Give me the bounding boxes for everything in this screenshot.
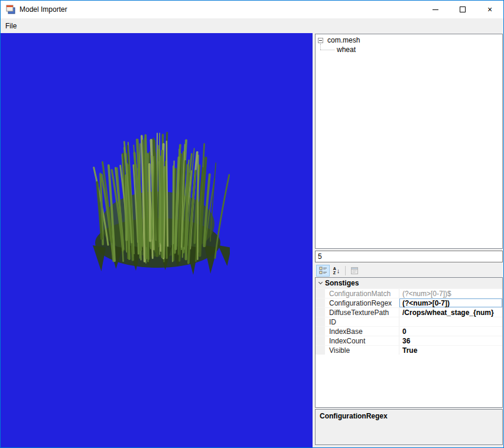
menu-item-file[interactable]: File <box>1 20 21 33</box>
tree-node-wheat[interactable]: wheat <box>337 46 356 54</box>
categorized-view-button[interactable] <box>316 265 330 277</box>
property-row-indexbase[interactable]: IndexBase 0 <box>316 326 502 336</box>
property-name: IndexBase <box>325 327 399 336</box>
property-pages-button <box>347 265 361 277</box>
property-value[interactable] <box>399 317 502 326</box>
property-row-visible[interactable]: Visible True <box>316 345 502 355</box>
property-value[interactable]: 0 <box>399 327 502 336</box>
property-name: ConfigurationMatch <box>325 289 399 298</box>
property-name: DiffuseTexturePath <box>325 308 399 317</box>
row-gutter <box>316 346 325 355</box>
tree-collapse-icon[interactable] <box>318 38 323 43</box>
property-value[interactable]: True <box>399 346 502 355</box>
window-title: Model Importer <box>19 5 67 14</box>
render-viewport[interactable] <box>1 33 313 447</box>
alphabetical-sort-icon: AZ ↓ <box>333 267 340 275</box>
close-button[interactable]: × <box>476 1 503 18</box>
property-value[interactable]: 36 <box>399 336 502 345</box>
propertygrid-toolbar: AZ ↓ <box>315 264 503 277</box>
property-row-indexcount[interactable]: IndexCount 36 <box>316 336 502 345</box>
menubar: File <box>1 18 503 33</box>
categorized-icon <box>319 267 327 275</box>
property-grid: Sonstiges ConfigurationMatch (?<num>[0-7… <box>315 277 503 408</box>
minimize-icon <box>433 9 438 10</box>
minimize-button[interactable] <box>422 1 449 18</box>
property-value[interactable]: /Crops/wheat_stage_{num} <box>399 308 502 317</box>
row-gutter <box>316 289 325 298</box>
property-value[interactable]: (?<num>[0-7])$ <box>399 289 502 298</box>
toolbar-separator <box>345 266 346 275</box>
mesh-treeview: com.mesh wheat <box>315 34 503 249</box>
wheat-model-svg <box>88 125 230 280</box>
chevron-down-icon <box>316 283 325 284</box>
description-title: ConfigurationRegex <box>320 412 498 420</box>
property-row-configurationmatch[interactable]: ConfigurationMatch (?<num>[0-7])$ <box>316 288 502 298</box>
alphabetical-sort-button[interactable]: AZ ↓ <box>330 265 343 277</box>
property-name: ConfigurationRegex <box>325 298 399 307</box>
property-value[interactable]: (?<num>[0-7]) <box>399 298 502 307</box>
tree-connector-vertical <box>320 44 321 50</box>
maximize-icon <box>460 7 466 12</box>
tree-node-com-mesh[interactable]: com.mesh <box>327 36 360 44</box>
property-row-id[interactable]: ID <box>316 317 502 326</box>
row-gutter <box>316 298 325 307</box>
property-row-diffusetexturepath[interactable]: DiffuseTexturePath /Crops/wheat_stage_{n… <box>316 307 502 317</box>
property-row-configurationregex[interactable]: ConfigurationRegex (?<num>[0-7]) <box>316 298 502 307</box>
titlebar[interactable]: Model Importer × <box>1 1 503 18</box>
row-gutter <box>316 336 325 345</box>
row-gutter <box>316 308 325 317</box>
category-label: Sonstiges <box>325 279 359 287</box>
maximize-button[interactable] <box>449 1 476 18</box>
category-row-sonstiges[interactable]: Sonstiges <box>316 278 502 288</box>
app-icon <box>6 5 15 14</box>
property-pages-icon <box>350 267 359 275</box>
property-description-pane: ConfigurationRegex <box>315 409 503 445</box>
property-name: Visible <box>325 346 399 355</box>
property-name: ID <box>325 317 399 326</box>
stage-input[interactable] <box>315 251 503 262</box>
row-gutter <box>316 317 325 326</box>
close-icon: × <box>487 5 492 14</box>
property-name: IndexCount <box>325 336 399 345</box>
tree-connector-horizontal <box>320 50 334 50</box>
row-gutter <box>316 327 325 336</box>
